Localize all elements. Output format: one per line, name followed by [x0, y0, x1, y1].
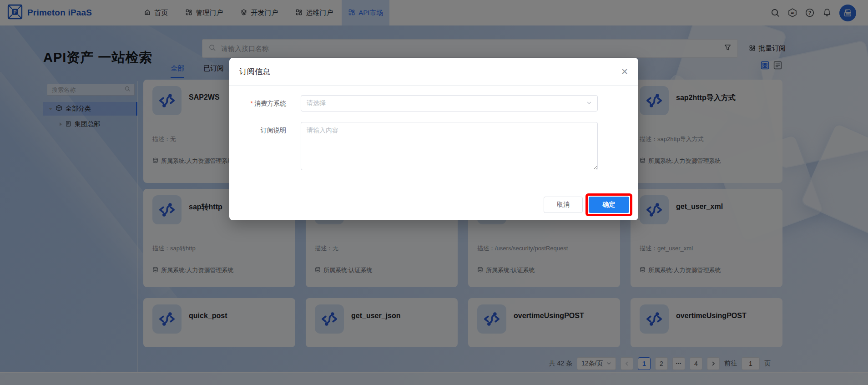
consumer-system-label: *消费方系统 [229, 95, 286, 111]
confirm-button[interactable]: 确定 [589, 197, 629, 213]
required-asterisk: * [251, 100, 253, 107]
cancel-button[interactable]: 取消 [544, 197, 583, 213]
subscription-note-textarea[interactable] [301, 122, 598, 170]
modal-header: 订阅信息 ✕ [229, 58, 638, 86]
consumer-system-select[interactable]: 请选择 [301, 95, 598, 111]
close-icon[interactable]: ✕ [621, 67, 628, 76]
subscription-note-label: 订阅说明 [229, 122, 286, 138]
select-placeholder: 请选择 [307, 99, 326, 107]
subscription-modal: 订阅信息 ✕ *消费方系统 请选择 订阅说明 取消 确定 [229, 58, 638, 220]
field-label-text: 订阅说明 [261, 127, 286, 134]
chevron-down-icon [586, 100, 592, 107]
field-label-text: 消费方系统 [254, 100, 286, 107]
modal-title: 订阅信息 [239, 66, 270, 77]
app-root: P Primeton iPaaS 首页 管理门户 开发门户 运维门户 [0, 0, 868, 385]
